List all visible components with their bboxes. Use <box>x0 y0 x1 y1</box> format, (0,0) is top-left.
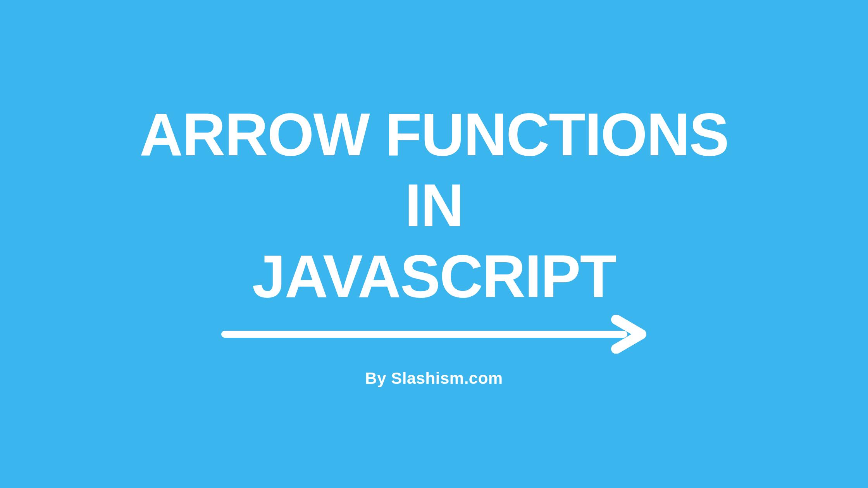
title-line-1: Arrow Functions <box>140 100 728 169</box>
byline: By Slashism.com <box>365 369 503 388</box>
arrow-icon <box>217 315 651 354</box>
title-line-2: In <box>405 171 463 240</box>
title-line-3: JavaScript <box>252 242 616 311</box>
